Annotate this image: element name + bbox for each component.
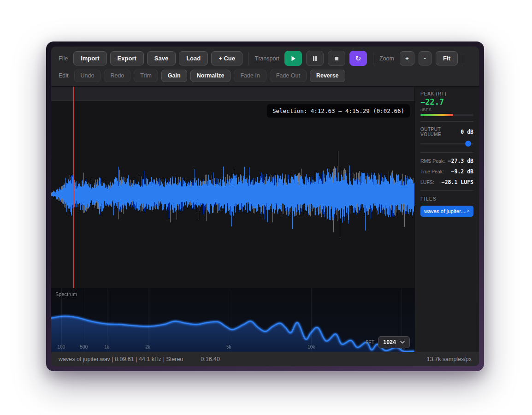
loop-button[interactable]: ↻ bbox=[349, 51, 367, 66]
load-button[interactable]: Load bbox=[179, 51, 208, 65]
-button[interactable]: + bbox=[400, 51, 414, 65]
slider-knob[interactable] bbox=[465, 141, 471, 147]
fade-out-button[interactable]: Fade Out bbox=[270, 70, 307, 82]
output-volume-label: OUTPUT VOLUME bbox=[420, 127, 461, 137]
stat-label: LUFS: bbox=[420, 179, 434, 185]
zoom-label: Zoom bbox=[379, 55, 394, 62]
stop-icon bbox=[334, 56, 339, 61]
close-icon[interactable]: × bbox=[467, 208, 470, 213]
sidebar-divider bbox=[420, 121, 473, 122]
spectrum-gridline bbox=[84, 288, 84, 352]
stop-button[interactable] bbox=[328, 51, 345, 66]
pause-button[interactable] bbox=[306, 51, 324, 66]
toolbar-divider bbox=[464, 52, 464, 65]
fft-label: FFT bbox=[366, 339, 374, 345]
sidebar-divider bbox=[420, 190, 473, 191]
freq-tick-label: 5k bbox=[226, 344, 231, 350]
transport-label: Transport bbox=[255, 55, 279, 62]
stat-row: RMS Peak:−27.3 dB bbox=[420, 158, 473, 164]
peak-value: −22.7 bbox=[420, 97, 473, 107]
redo-button[interactable]: Redo bbox=[104, 70, 130, 82]
toolbar-row-edit: Edit UndoRedoTrimGainNormalizeFade InFad… bbox=[59, 70, 472, 82]
spectrum-title: Spectrum bbox=[55, 291, 77, 297]
status-bar: waves of jupiter.wav | 8:09.61 | 44.1 kH… bbox=[51, 352, 479, 366]
stat-row: True Peak:−9.2 dB bbox=[420, 168, 473, 175]
freq-tick-label: 10k bbox=[307, 344, 315, 350]
file-button-group: ImportExportSaveLoad+ Cue bbox=[73, 51, 242, 65]
freq-tick-label: 1k bbox=[104, 344, 109, 350]
peak-meter-fill bbox=[420, 114, 453, 116]
peak-label: PEAK (RT) bbox=[420, 91, 473, 96]
output-volume-slider[interactable] bbox=[420, 141, 473, 147]
toolbar-divider bbox=[248, 52, 249, 65]
chevron-down-icon bbox=[400, 341, 405, 344]
loudness-stats: RMS Peak:−27.3 dBTrue Peak:−9.2 dBLUFS:−… bbox=[420, 158, 473, 185]
play-icon bbox=[290, 55, 296, 62]
meter-sidebar: PEAK (RT) −22.7 dBFS OUTPUT VOLUME 0 dB … bbox=[414, 87, 479, 352]
import-button[interactable]: Import bbox=[73, 51, 106, 65]
-button[interactable]: - bbox=[419, 51, 432, 65]
peak-unit: dBFS bbox=[420, 107, 473, 112]
waveform-canvas[interactable] bbox=[51, 101, 414, 288]
fft-size-value: 1024 bbox=[383, 339, 396, 345]
playhead-cursor[interactable] bbox=[73, 87, 74, 289]
normalize-button[interactable]: Normalize bbox=[190, 70, 231, 82]
trim-button[interactable]: Trim bbox=[134, 70, 158, 82]
timeline-ruler[interactable] bbox=[51, 87, 414, 101]
gain-button[interactable]: Gain bbox=[161, 70, 187, 82]
waveform-panel[interactable] bbox=[51, 101, 414, 288]
fit-button[interactable]: Fit bbox=[436, 51, 458, 65]
editor-column: Selection: 4:12.63 — 4:15.29 (0:02.66) 1… bbox=[51, 87, 414, 352]
transport-button-group: ↻ bbox=[284, 51, 367, 66]
output-volume-value: 0 dB bbox=[461, 129, 473, 135]
audio-editor-app: File ImportExportSaveLoad+ Cue Transport… bbox=[51, 47, 479, 366]
zoom-button-group: +-Fit bbox=[400, 51, 458, 65]
edit-menu-label: Edit bbox=[59, 72, 69, 79]
export-button[interactable]: Export bbox=[110, 51, 144, 65]
toolbar: File ImportExportSaveLoad+ Cue Transport… bbox=[51, 47, 479, 87]
toolbar-row-file: File ImportExportSaveLoad+ Cue Transport… bbox=[59, 51, 472, 66]
samples-per-px: 13.7k samples/px bbox=[427, 356, 472, 362]
spectrum-gridline bbox=[229, 288, 229, 352]
files-header: FILES bbox=[420, 196, 473, 202]
fade-in-button[interactable]: Fade In bbox=[234, 70, 266, 82]
cue-button[interactable]: + Cue bbox=[211, 51, 242, 65]
file-info-text: waves of jupiter.wav | 8:09.61 | 44.1 kH… bbox=[59, 356, 183, 362]
freq-tick-label: 2k bbox=[145, 344, 150, 350]
undo-button[interactable]: Undo bbox=[74, 70, 101, 82]
files-list: waves of jupiter....× bbox=[420, 206, 473, 217]
spectrum-gridline bbox=[148, 288, 148, 352]
fft-size-select[interactable]: 1024 bbox=[378, 336, 410, 348]
playback-time: 0:16.40 bbox=[201, 356, 220, 362]
file-chip[interactable]: waves of jupiter....× bbox=[420, 206, 473, 217]
file-menu-label: File bbox=[59, 55, 68, 62]
play-button[interactable] bbox=[284, 51, 302, 66]
output-volume-row: OUTPUT VOLUME 0 dB bbox=[420, 127, 473, 137]
spectrum-panel: 1005001k2k5k10k20k Spectrum FFT 1024 bbox=[51, 288, 414, 352]
spectrum-gridline bbox=[61, 288, 62, 352]
stat-value: −27.3 dB bbox=[448, 158, 473, 164]
pause-icon bbox=[312, 56, 318, 61]
spectrum-gridline bbox=[107, 288, 107, 352]
stat-row: LUFS:−28.1 LUFS bbox=[420, 179, 473, 185]
main-area: Selection: 4:12.63 — 4:15.29 (0:02.66) 1… bbox=[51, 87, 479, 352]
reverse-button[interactable]: Reverse bbox=[310, 70, 345, 82]
sidebar-divider bbox=[420, 152, 473, 153]
app-window: File ImportExportSaveLoad+ Cue Transport… bbox=[46, 42, 484, 371]
edit-button-group: UndoRedoTrimGainNormalizeFade InFade Out… bbox=[74, 70, 345, 82]
file-chip-name: waves of jupiter.... bbox=[424, 208, 467, 214]
selection-badge: Selection: 4:12.63 — 4:15.29 (0:02.66) bbox=[267, 104, 410, 118]
spectrum-gridline bbox=[311, 288, 312, 352]
spectrum-canvas bbox=[51, 288, 414, 352]
stat-label: True Peak: bbox=[420, 169, 444, 174]
freq-tick-label: 500 bbox=[80, 344, 88, 350]
freq-tick-label: 100 bbox=[58, 344, 65, 350]
peak-meter bbox=[420, 114, 473, 116]
save-button[interactable]: Save bbox=[147, 51, 176, 65]
status-left: waves of jupiter.wav | 8:09.61 | 44.1 kH… bbox=[59, 356, 220, 362]
fft-control: FFT 1024 bbox=[366, 336, 410, 348]
stat-value: −28.1 LUFS bbox=[442, 179, 473, 185]
loop-icon: ↻ bbox=[355, 55, 361, 62]
stat-label: RMS Peak: bbox=[420, 158, 445, 164]
toolbar-divider bbox=[373, 52, 373, 65]
